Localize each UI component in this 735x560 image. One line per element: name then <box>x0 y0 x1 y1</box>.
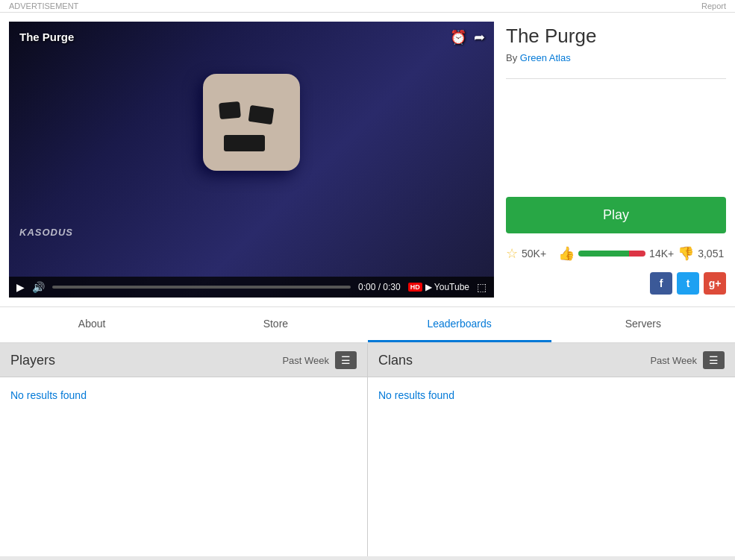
vote-bar <box>578 251 645 257</box>
tab-store[interactable]: Store <box>184 307 367 342</box>
video-title-overlay: The Purge <box>19 31 74 43</box>
players-title: Players <box>10 353 55 368</box>
share-icon[interactable]: ➦ <box>474 29 485 45</box>
video-thumbnail <box>9 22 494 298</box>
character-head <box>203 74 300 171</box>
vote-red-fill <box>629 251 646 257</box>
facebook-button[interactable]: f <box>650 272 672 295</box>
players-body: No results found <box>0 377 367 556</box>
youtube-icon: ▶ YouTube <box>425 282 469 292</box>
clock-icon[interactable]: ⏰ <box>450 29 466 45</box>
top-bar: ADVERTISEMENT Report <box>0 0 735 13</box>
character-illustration <box>177 74 326 268</box>
players-section: Players Past Week ☰ No results found <box>0 344 368 556</box>
clans-header: Clans Past Week ☰ <box>368 344 735 377</box>
video-watermark: KASODUS <box>19 227 73 238</box>
character-eye-right <box>248 105 275 125</box>
players-no-results: No results found <box>10 389 87 401</box>
clans-no-results: No results found <box>378 389 454 401</box>
game-title: The Purge <box>506 25 726 48</box>
play-video-button[interactable]: ▶ <box>16 281 25 293</box>
tab-servers[interactable]: Servers <box>551 307 735 342</box>
favorites-count: 50K+ <box>522 248 546 259</box>
youtube-badge: HD ▶ YouTube <box>408 282 469 292</box>
twitter-button[interactable]: t <box>677 272 699 295</box>
leaderboard-container: Players Past Week ☰ No results found Cla… <box>0 344 735 556</box>
star-icon: ☆ <box>506 245 518 262</box>
likes-stat: 👍 14K+ 👎 3,051 <box>558 245 724 262</box>
character-mouth <box>224 135 265 151</box>
favorites-stat: ☆ 50K+ <box>506 245 546 262</box>
divider <box>506 78 726 79</box>
volume-icon[interactable]: 🔊 <box>32 281 45 293</box>
likes-count: 14K+ <box>649 248 674 259</box>
video-controls-bottom: ▶ 🔊 0:00 / 0:30 HD ▶ YouTube ⬚ <box>9 277 494 298</box>
tab-leaderboards[interactable]: Leaderboards <box>368 307 551 342</box>
game-panel: The Purge ⏰ ➦ KASODUS ▶ 🔊 0:00 / 0:30 HD… <box>0 13 735 307</box>
thumbs-up-icon: 👍 <box>558 245 575 262</box>
video-container: The Purge ⏰ ➦ KASODUS ▶ 🔊 0:00 / 0:30 HD… <box>9 22 494 298</box>
dislikes-count: 3,051 <box>698 248 724 259</box>
clans-period: Past Week <box>650 355 697 366</box>
tab-about[interactable]: About <box>0 307 184 342</box>
character-eye-left <box>219 101 241 119</box>
play-button[interactable]: Play <box>506 197 726 233</box>
hd-badge: HD <box>408 283 422 292</box>
vote-green-fill <box>578 251 629 257</box>
time-display: 0:00 / 0:30 <box>358 282 401 292</box>
game-author: By Green Atlas <box>506 52 726 63</box>
tab-bar: About Store Leaderboards Servers <box>0 307 735 344</box>
social-row: f t g+ <box>506 272 726 295</box>
clans-filter-button[interactable]: ☰ <box>703 351 725 369</box>
clans-title: Clans <box>378 353 413 368</box>
author-link[interactable]: Green Atlas <box>520 52 571 63</box>
clans-section: Clans Past Week ☰ No results found <box>368 344 735 556</box>
clans-controls: Past Week ☰ <box>650 351 725 369</box>
thumbs-down-icon: 👎 <box>678 245 694 262</box>
fullscreen-icon[interactable]: ⬚ <box>477 281 487 293</box>
players-header: Players Past Week ☰ <box>0 344 367 377</box>
players-period: Past Week <box>282 355 329 366</box>
video-controls-top: ⏰ ➦ <box>450 29 485 45</box>
googleplus-button[interactable]: g+ <box>704 272 726 295</box>
stats-row: ☆ 50K+ 👍 14K+ 👎 3,051 <box>506 245 726 262</box>
players-controls: Past Week ☰ <box>282 351 357 369</box>
info-panel: The Purge By Green Atlas Play ☆ 50K+ 👍 1… <box>506 22 726 298</box>
advertisement-label: ADVERTISEMENT <box>9 1 78 10</box>
report-link[interactable]: Report <box>701 1 726 10</box>
players-filter-button[interactable]: ☰ <box>335 351 357 369</box>
clans-body: No results found <box>368 377 735 556</box>
progress-bar[interactable] <box>52 286 351 289</box>
